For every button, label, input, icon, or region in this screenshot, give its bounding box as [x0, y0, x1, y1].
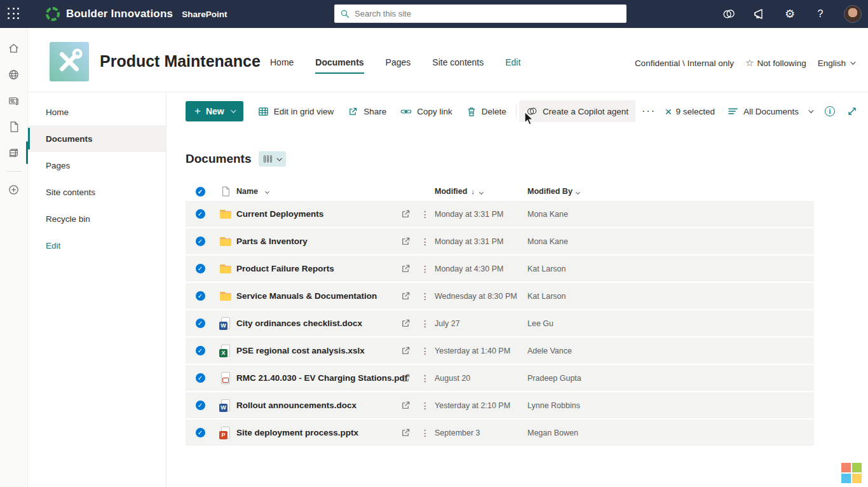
rail-news-icon[interactable] [0, 88, 28, 113]
table-row[interactable]: ✓ Product Failure Reports ⋮ Monday at 4:… [186, 256, 814, 282]
help-icon[interactable]: ? [813, 7, 827, 21]
share-icon[interactable] [395, 373, 416, 383]
site-nav-site-contents[interactable]: Site contents [432, 57, 484, 74]
table-row[interactable]: ✓ Current Deployments ⋮ Monday at 3:31 P… [186, 201, 814, 227]
app-launcher-icon[interactable] [8, 8, 20, 20]
select-all-checkbox[interactable]: ✓ [195, 186, 206, 197]
share-button[interactable]: Share [341, 100, 393, 122]
site-nav-pages[interactable]: Pages [386, 57, 411, 74]
sidebar-item-home[interactable]: Home [28, 99, 166, 125]
follow-button[interactable]: ☆ Not following [745, 57, 806, 69]
share-icon[interactable] [395, 263, 416, 274]
sidebar-item-pages[interactable]: Pages [28, 152, 166, 179]
row-checkbox[interactable]: ✓ [195, 263, 206, 274]
share-icon[interactable] [395, 345, 416, 356]
table-row[interactable]: ✓ W Rollout announcements.docx ⋮ Yesterd… [186, 392, 814, 418]
site-logo[interactable] [50, 42, 89, 81]
item-name[interactable]: Site deployment process.pptx [236, 428, 358, 437]
table-row[interactable]: ✓ X PSE regional cost analysis.xslx ⋮ Ye… [186, 338, 814, 364]
modified-date: Monday at 3:31 PM [435, 237, 527, 246]
modified-by: Adele Vance [527, 346, 814, 355]
more-actions-icon[interactable]: ⋮ [416, 319, 435, 329]
table-row[interactable]: ✓ P Site deployment process.pptx ⋮ Septe… [186, 420, 814, 446]
table-row[interactable]: ✓ Parts & Inventory ⋮ Monday at 3:31 PM … [186, 228, 814, 254]
modified-by: Mona Kane [527, 237, 814, 246]
delete-button[interactable]: Delete [459, 100, 513, 122]
create-copilot-agent-button[interactable]: Create a Copilot agent [519, 100, 635, 122]
sidebar-item-recycle-bin[interactable]: Recycle bin [28, 205, 166, 232]
site-nav-edit[interactable]: Edit [505, 57, 520, 74]
item-name[interactable]: Parts & Inventory [236, 237, 308, 246]
sharepoint-label: SharePoint [182, 10, 227, 19]
item-name[interactable]: Service Manuals & Documentation [236, 291, 377, 301]
expand-fullscreen-icon[interactable] [846, 106, 858, 117]
more-actions-icon[interactable]: ⋮ [416, 264, 435, 274]
site-nav-home[interactable]: Home [270, 57, 294, 74]
copy-link-button[interactable]: Copy link [393, 100, 459, 122]
sidebar-item-edit[interactable]: Edit [28, 232, 166, 259]
rail-file-icon[interactable] [0, 114, 28, 139]
row-checkbox[interactable]: ✓ [195, 373, 206, 383]
settings-gear-icon[interactable]: ⚙ [783, 7, 797, 21]
clear-selection-button[interactable]: × 9 selected [665, 106, 715, 118]
list-lines-icon [728, 107, 738, 116]
row-checkbox[interactable]: ✓ [195, 345, 206, 356]
item-name[interactable]: RMC 21.40.030 - EV Charging Stations.pdf [236, 373, 407, 383]
row-checkbox[interactable]: ✓ [195, 236, 206, 247]
rail-create-plus-icon[interactable] [0, 177, 28, 202]
item-name[interactable]: Product Failure Reports [236, 264, 334, 273]
item-name[interactable]: Current Deployments [236, 209, 323, 219]
row-checkbox[interactable]: ✓ [195, 427, 206, 438]
table-row[interactable]: ✓ Service Manuals & Documentation ⋮ Wedn… [186, 283, 814, 309]
more-actions-icon[interactable]: ⋮ [416, 373, 435, 383]
pdf-file-icon [219, 372, 232, 385]
sidebar-item-site-contents[interactable]: Site contents [28, 179, 166, 205]
rail-library-icon[interactable] [0, 140, 28, 165]
rail-sites-globe-icon[interactable] [0, 62, 28, 87]
edit-grid-view-button[interactable]: Edit in grid view [251, 100, 341, 122]
share-icon[interactable] [395, 427, 416, 438]
more-actions-icon[interactable]: ⋮ [416, 346, 435, 356]
copilot-icon[interactable] [722, 7, 736, 21]
modified-date: September 3 [435, 429, 527, 437]
row-checkbox[interactable]: ✓ [195, 209, 206, 219]
column-header-modified-by[interactable]: Modified By [527, 187, 814, 196]
sidebar-item-documents[interactable]: Documents [28, 125, 166, 152]
share-icon[interactable] [395, 236, 416, 247]
modified-date: August 20 [435, 374, 527, 383]
row-checkbox[interactable]: ✓ [195, 318, 206, 329]
row-checkbox[interactable]: ✓ [195, 291, 206, 301]
more-actions-icon[interactable]: ⋮ [416, 209, 435, 219]
item-name[interactable]: PSE regional cost analysis.xslx [236, 346, 365, 355]
more-actions-icon[interactable]: ⋮ [416, 237, 435, 247]
rail-home-icon[interactable] [0, 36, 28, 61]
row-checkbox[interactable]: ✓ [195, 400, 206, 411]
table-row[interactable]: ✓ W City ordinances checklist.docx ⋮ Jul… [186, 310, 814, 336]
site-nav-documents[interactable]: Documents [315, 57, 363, 74]
search-input[interactable] [355, 9, 620, 18]
site-search[interactable] [334, 4, 627, 23]
new-button[interactable]: + New [186, 101, 243, 121]
item-name[interactable]: Rollout announcements.docx [236, 401, 356, 410]
column-header-modified[interactable]: Modified↓ [435, 187, 527, 196]
modified-date: Wednesday at 8:30 PM [435, 292, 527, 301]
more-actions-icon[interactable]: ⋮ [416, 291, 435, 301]
language-selector[interactable]: English [818, 58, 854, 68]
share-icon[interactable] [395, 291, 416, 301]
item-name[interactable]: City ordinances checklist.docx [236, 319, 362, 328]
user-avatar[interactable] [844, 5, 862, 23]
view-selector[interactable]: All Documents [728, 107, 812, 116]
more-actions-icon[interactable]: ⋮ [416, 401, 435, 411]
share-icon[interactable] [395, 209, 416, 219]
table-row[interactable]: ✓ RMC 21.40.030 - EV Charging Stations.p… [186, 365, 814, 391]
megaphone-icon[interactable] [752, 7, 766, 21]
view-options-pill[interactable] [259, 151, 286, 167]
command-divider [516, 105, 517, 118]
share-icon[interactable] [395, 400, 416, 411]
info-icon[interactable]: i [825, 106, 835, 116]
more-commands-button[interactable]: ··· [635, 106, 662, 117]
share-icon[interactable] [395, 318, 416, 329]
column-header-name[interactable]: Name [236, 187, 395, 196]
more-actions-icon[interactable]: ⋮ [416, 428, 435, 438]
star-icon: ☆ [745, 57, 754, 69]
